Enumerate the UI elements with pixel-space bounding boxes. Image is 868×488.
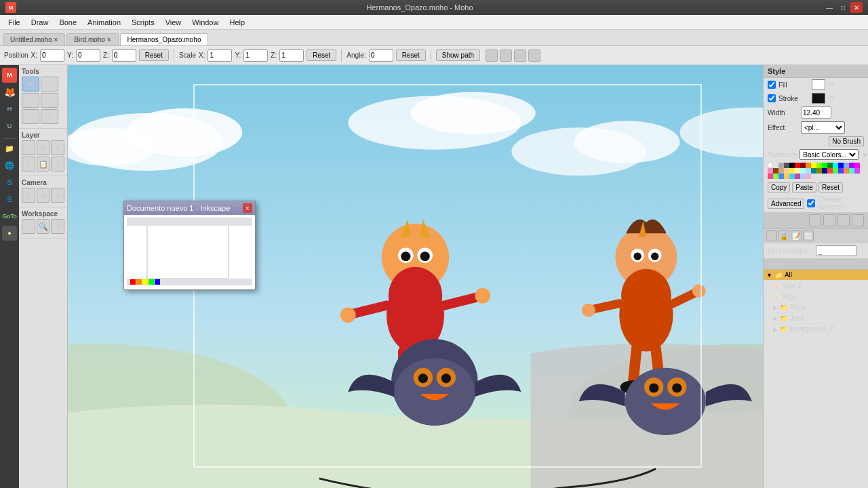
tool-select[interactable]: ↖	[22, 77, 39, 92]
paste-button[interactable]: Paste	[792, 182, 816, 192]
layer-icon-2[interactable]: 🔒	[778, 230, 789, 241]
tool-paint[interactable]: ✏	[22, 93, 39, 108]
menu-scripts[interactable]: Scripts	[126, 17, 160, 28]
swatch-cyan[interactable]	[833, 163, 838, 168]
swatch-brown[interactable]	[773, 168, 778, 174]
swatch-r3-13[interactable]	[800, 174, 806, 179]
stroke-checkbox[interactable]	[768, 94, 776, 102]
swatch-green[interactable]	[822, 163, 827, 168]
app-icon-mozilla[interactable]: 🦊	[2, 85, 17, 100]
layer-row-viga2[interactable]: 🦴 viga 2	[770, 281, 868, 291]
tab-hermanos[interactable]: Hermanos_Opazo.moho	[120, 33, 209, 45]
position-z-input[interactable]	[112, 49, 136, 62]
app-icon-moho[interactable]: M	[2, 68, 17, 83]
tool-delete-point[interactable]: −	[22, 109, 39, 124]
layers-add-btn[interactable]: +	[809, 214, 821, 226]
swatch-r3-7[interactable]	[768, 174, 773, 179]
show-path-button[interactable]: Show path	[436, 49, 480, 61]
app-icon-active[interactable]: ●	[2, 226, 17, 241]
reset-angle-button[interactable]: Reset	[396, 49, 426, 61]
kind-input[interactable]	[816, 245, 856, 256]
swatch-ltyell[interactable]	[795, 168, 800, 174]
app-icon-goto[interactable]: GoTo	[2, 209, 17, 224]
swatch-navy[interactable]	[822, 168, 827, 174]
swatch-ltblue[interactable]	[844, 163, 849, 168]
swatch-magenta[interactable]	[854, 163, 860, 168]
swatch-olive[interactable]	[816, 168, 822, 174]
minimize-button[interactable]: —	[823, 2, 835, 13]
app-icon-untitled[interactable]: U	[2, 119, 17, 134]
workspace-tool1[interactable]: ⬚	[22, 219, 35, 234]
layer-row-rosa[interactable]: ▶ 📁 Rosa	[770, 302, 868, 313]
swatch-skin[interactable]	[784, 168, 789, 174]
position-y-input[interactable]	[76, 49, 100, 62]
swatch-r3-8[interactable]	[773, 174, 778, 179]
reset-position-button[interactable]: Reset	[139, 49, 169, 61]
swatches-menu[interactable]: ▼	[861, 151, 868, 159]
advanced-button[interactable]: Advanced	[768, 199, 804, 209]
canvas-area[interactable]: Documento nuevo 1 - Inkscape ×	[68, 65, 763, 488]
copy-button[interactable]: Copy	[768, 182, 790, 192]
stroke-color-swatch[interactable]	[812, 93, 825, 104]
scale-y-input[interactable]	[243, 49, 268, 62]
layer-row-all[interactable]: ▼ 📁 All	[764, 270, 868, 281]
layer-icon-3[interactable]: 📝	[791, 230, 802, 241]
no-brush-button[interactable]: No Brush	[829, 136, 864, 146]
camera-zoom-out[interactable]: ⊖	[51, 188, 64, 203]
menu-animation[interactable]: Animation	[82, 17, 126, 28]
checker-checkbox[interactable]	[807, 199, 815, 207]
swatch-tan[interactable]	[778, 168, 784, 174]
swatch-dkgray[interactable]	[784, 163, 789, 168]
reset-style-button[interactable]: Reset	[818, 182, 843, 192]
fill-checkbox[interactable]	[768, 81, 776, 89]
width-input[interactable]	[801, 106, 831, 119]
inkscape-close-button[interactable]: ×	[243, 203, 252, 213]
swatch-white[interactable]	[768, 163, 773, 168]
toolbar-icon-2[interactable]: ⬚	[500, 49, 512, 62]
swatch-r3-5[interactable]	[849, 168, 854, 174]
layer-row-viga[interactable]: 🦴 viga	[770, 291, 868, 302]
menu-view[interactable]: View	[160, 17, 187, 28]
tab-untitled[interactable]: Untitled.moho ×	[3, 33, 65, 45]
swatch-pink[interactable]	[768, 168, 773, 174]
tool-move-up[interactable]: ▲	[51, 140, 64, 155]
layer-icon-1[interactable]: 👁	[766, 230, 777, 241]
menu-window[interactable]: Window	[186, 17, 224, 28]
swatch-blue[interactable]	[838, 163, 844, 168]
swatch-ltgreen[interactable]	[816, 163, 822, 168]
toolbar-icon-3[interactable]: ⬚	[514, 49, 526, 62]
app-icon-chrome[interactable]: 🌐	[2, 158, 17, 173]
toolbar-icon-4[interactable]: ▼	[528, 49, 540, 62]
menu-help[interactable]: Help	[224, 17, 250, 28]
swatch-ltgray[interactable]	[773, 163, 778, 168]
effect-remove[interactable]: −	[849, 124, 853, 131]
swatch-teal[interactable]	[811, 168, 816, 174]
app-icon-skype2[interactable]: S	[2, 192, 17, 207]
tool-copy-layer[interactable]: ⎘	[22, 157, 35, 171]
swatch-r3-2[interactable]	[833, 168, 838, 174]
close-button[interactable]: ✕	[850, 2, 863, 13]
effect-select[interactable]: <pl...	[801, 121, 845, 134]
swatch-r3-14[interactable]	[806, 174, 811, 179]
swatch-r3-10[interactable]	[784, 174, 789, 179]
stroke-edit-icon[interactable]: ✏	[828, 94, 835, 103]
reset-scale-button[interactable]: Reset	[307, 49, 336, 61]
layers-del-btn[interactable]: −	[823, 214, 835, 226]
workspace-tool3[interactable]: ↺	[51, 219, 64, 234]
swatch-yellow[interactable]	[811, 163, 816, 168]
tool-text[interactable]: T	[41, 109, 58, 124]
maximize-button[interactable]: □	[837, 2, 849, 13]
swatches-select[interactable]: Basic Colors...	[800, 149, 859, 160]
tool-delete-layer[interactable]: 🗑	[37, 140, 50, 155]
angle-input[interactable]	[369, 49, 393, 62]
fill-color-swatch[interactable]	[812, 79, 825, 90]
toolbar-icon-1[interactable]: ⬚	[486, 49, 498, 62]
swatch-r3-3[interactable]	[838, 168, 844, 174]
swatch-yell2[interactable]	[789, 168, 795, 174]
scale-x-input[interactable]	[208, 49, 232, 62]
swatch-red[interactable]	[795, 163, 800, 168]
menu-bone[interactable]: Bone	[54, 17, 82, 28]
swatch-r3-6[interactable]	[854, 168, 860, 174]
workspace-tool2[interactable]: 🔍	[37, 219, 50, 234]
swatch-r3-4[interactable]	[844, 168, 849, 174]
